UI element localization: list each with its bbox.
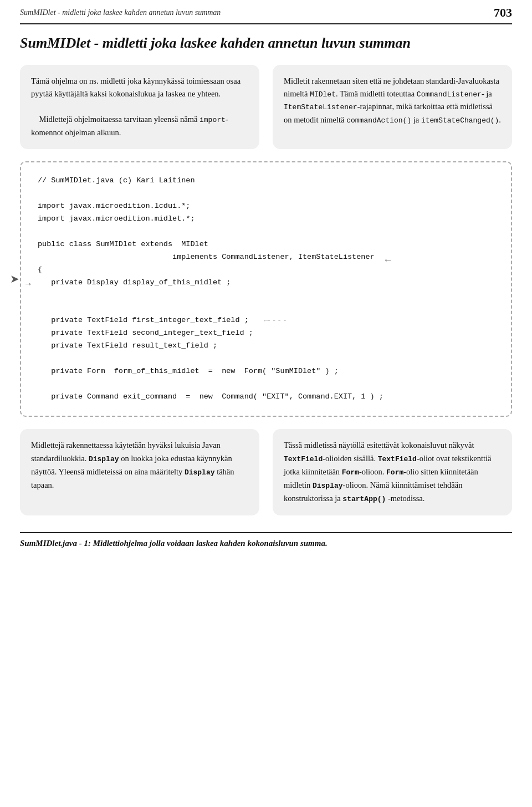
bottom-text-row: Midlettejä rakennettaessa käytetään hyvä… (20, 429, 512, 515)
textfield-1-line: private TextField first_integer_text_fie… (38, 316, 249, 324)
command-field-line: private Command exit_command = new Comma… (38, 392, 383, 401)
import-keyword: import (200, 116, 226, 124)
display-ref-1: Display (89, 455, 119, 463)
header-page-number: 703 (494, 6, 512, 20)
intro-box-2: Midletit rakennetaan siten että ne johde… (273, 65, 512, 150)
header-bar: SumMIDlet - midletti joka laskee kahden … (20, 0, 512, 24)
form-ref-2: Form (386, 468, 403, 477)
code-block-outer: // SumMIDlet.java (c) Kari Laitinen impo… (20, 161, 512, 417)
textfield-3-line: private TextField result_text_field ; (38, 341, 217, 350)
form-field-line: private Form form_of_this_midlet = new F… (38, 367, 339, 375)
textfield-ref-2: TextField (378, 455, 417, 463)
class-decl-2: implements CommandListener, ItemStateLis… (38, 253, 375, 261)
textfield-ref-1: TextField (284, 455, 323, 463)
bottom-box-1-text: Midlettejä rakennettaessa käytetään hyvä… (31, 441, 234, 489)
code-content: // SumMIDlet.java (c) Kari Laitinen impo… (38, 175, 494, 404)
bottom-box-2: Tässä midletissä näytöllä esitettävät ko… (273, 429, 512, 515)
import-midlet: import javax.microedition.midlet.*; (38, 214, 195, 223)
dashed-arrow-right: ←- - - - (264, 315, 285, 327)
intro-box-1: Tämä ohjelma on ns. midletti joka käynny… (20, 65, 259, 150)
textfield-2-line: private TextField second_integer_text_fi… (38, 329, 253, 337)
intro-text-row: Tämä ohjelma on ns. midletti joka käynny… (20, 65, 512, 150)
intro-box-1-text: Tämä ohjelma on ns. midletti joka käynny… (31, 76, 241, 137)
commandlistener-ref: CommandListener (417, 90, 482, 99)
footer-caption: SumMIDlet.java - 1: Midlettiohjelma joll… (20, 532, 512, 548)
midlet-classname: MIDlet (310, 90, 336, 99)
code-comment: // SumMIDlet.java (c) Kari Laitinen (38, 176, 195, 185)
header-title: SumMIDlet - midletti joka laskee kahden … (20, 8, 221, 17)
side-arrow-left: ➤ (10, 272, 19, 285)
display-field-line: private Display display_of_this_midlet ;… (38, 277, 494, 289)
bottom-box-2-text: Tässä midletissä näytöllä esitettävät ko… (284, 441, 491, 503)
class-decl-1: public class SumMIDlet extends MIDlet (38, 240, 208, 248)
chapter-title: SumMIDlet - midletti joka laskee kahden … (20, 34, 512, 53)
startapp-ref: startApp() (342, 495, 386, 503)
bottom-box-1: Midlettejä rakennettaessa käytetään hyvä… (20, 429, 259, 515)
itemstatelistener-ref: ItemStateListener (284, 103, 357, 111)
commandaction-ref: commandAction() (346, 116, 411, 125)
import-lcdui: import javax.microedition.lcdui.*; (38, 202, 190, 210)
itemstatechanged-ref: itemStateChanged() (421, 116, 499, 125)
arrow-right-marker: → (25, 277, 31, 292)
display-ref-3: Display (313, 482, 343, 490)
intro-box-2-text: Midletit rakennetaan siten että ne johde… (284, 76, 501, 125)
form-ref-1: Form (342, 468, 359, 477)
code-block: // SumMIDlet.java (c) Kari Laitinen impo… (20, 161, 512, 417)
arrow-right-implements: ← (385, 252, 391, 269)
display-ref-2: Display (185, 468, 215, 477)
class-open-brace: { (38, 265, 42, 274)
